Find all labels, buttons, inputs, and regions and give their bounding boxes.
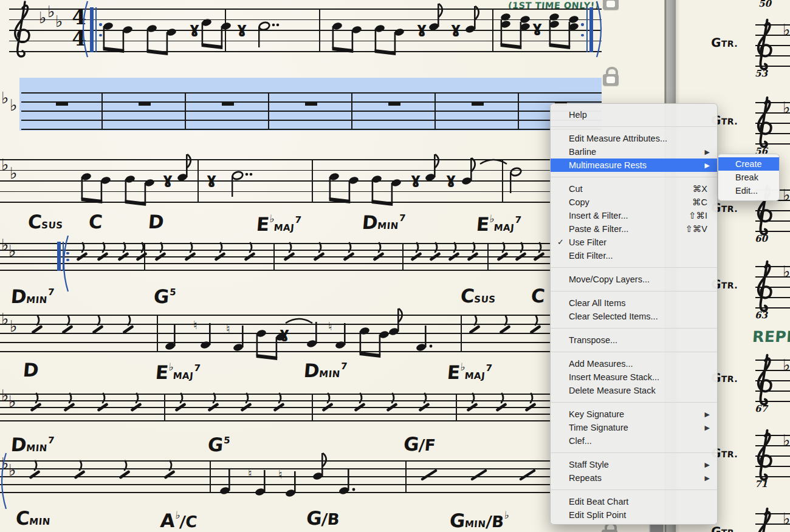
submenu-item-label: Break bbox=[735, 172, 758, 182]
menu-item-edit-measure-attributes[interactable]: Edit Measure Attributes... bbox=[551, 132, 717, 145]
eighth-rest: ɣ bbox=[237, 21, 247, 36]
menu-separator bbox=[551, 452, 717, 453]
rhythm-slash-note bbox=[448, 242, 459, 262]
menu-item-clear-selected-items[interactable]: Clear Selected Items... bbox=[551, 310, 717, 323]
menu-item-paste-filter[interactable]: Paste & Filter...⇧⌘V bbox=[551, 222, 717, 236]
rhythm-slash-note bbox=[419, 392, 430, 412]
chord-symbol[interactable]: D bbox=[148, 213, 165, 231]
menu-item-edit-filter[interactable]: Edit Filter... bbox=[551, 249, 717, 262]
menu-item-multimeasure-rests[interactable]: Multimeasure Rests▶ bbox=[551, 159, 717, 172]
chord-symbol[interactable]: C bbox=[531, 287, 546, 305]
menu-item-label: Paste & Filter... bbox=[569, 224, 628, 234]
menu-item-help[interactable]: Help bbox=[551, 108, 717, 121]
menu-item-clef[interactable]: Clef... bbox=[551, 434, 717, 448]
rhythm-slash-note bbox=[155, 242, 166, 262]
flat-sign: ♭ bbox=[39, 10, 46, 26]
chord-symbol[interactable]: G/B bbox=[306, 509, 341, 528]
chord-symbol[interactable]: Dmin7 bbox=[10, 435, 55, 454]
staff-system-1[interactable]: ♭♭♭44ɣɣɣɣɣ bbox=[0, 0, 664, 69]
rhythm-slash-note bbox=[534, 242, 544, 262]
menu-item-label: Edit Measure Attributes... bbox=[569, 134, 667, 143]
barline bbox=[312, 159, 313, 203]
chord-symbol[interactable]: Dmin7 bbox=[303, 361, 348, 380]
menu-item-label: Insert Measure Stack... bbox=[569, 372, 659, 382]
menu-item-cut[interactable]: Cut⌘X bbox=[551, 182, 717, 196]
menu-item-label: Add Measures... bbox=[569, 359, 633, 369]
eighth-rest: ɣ bbox=[532, 19, 542, 35]
menu-item-barline[interactable]: Barline▶ bbox=[551, 145, 717, 159]
menu-item-edit-beat-chart[interactable]: Edit Beat Chart bbox=[551, 495, 717, 508]
chord-symbol[interactable]: Dmin7 bbox=[362, 213, 407, 232]
note-glyph bbox=[331, 19, 363, 55]
chord-symbol[interactable]: G5 bbox=[207, 435, 231, 454]
staff-line bbox=[0, 263, 552, 264]
rhythm-slash-note bbox=[131, 392, 142, 412]
submenu-item-create[interactable]: Create bbox=[718, 157, 779, 171]
note-glyph bbox=[233, 323, 246, 352]
rhythm-slash-note bbox=[185, 242, 196, 262]
flat-sign: ♭ bbox=[10, 165, 17, 181]
rhythm-slash-note bbox=[62, 315, 73, 335]
rhythm-slash-note bbox=[208, 392, 219, 412]
menu-item-label: Help bbox=[569, 110, 587, 120]
rhythm-slash bbox=[470, 469, 487, 481]
menu-item-time-signature[interactable]: Time Signature▶ bbox=[551, 421, 717, 434]
menu-item-insert-measure-stack[interactable]: Insert Measure Stack... bbox=[551, 370, 717, 384]
rhythm-slash-note bbox=[500, 315, 510, 335]
menu-item-add-measures[interactable]: Add Measures... bbox=[551, 357, 717, 370]
chord-symbol[interactable]: Dmin7 bbox=[10, 287, 55, 306]
chord-symbol[interactable]: Csus bbox=[460, 287, 497, 305]
lock-icon[interactable] bbox=[603, 0, 619, 10]
menu-item-staff-style[interactable]: Staff Style▶ bbox=[551, 458, 717, 471]
flat-sign: ♭ bbox=[783, 432, 790, 448]
chord-symbol[interactable]: Gmin/B♭ bbox=[448, 509, 510, 531]
menu-item-edit-split-point[interactable]: Edit Split Point bbox=[551, 508, 717, 522]
barline bbox=[197, 159, 199, 203]
whole-rest bbox=[305, 101, 317, 106]
barline bbox=[210, 460, 211, 493]
menu-item-transpose[interactable]: Transpose... bbox=[551, 333, 717, 347]
menu-shortcut: ⌘C bbox=[692, 196, 707, 209]
end-repeat-barline bbox=[581, 7, 596, 52]
rhythm-slash-note bbox=[497, 242, 508, 262]
chord-symbol[interactable]: Cmin bbox=[15, 509, 52, 528]
menu-item-key-signature[interactable]: Key Signature▶ bbox=[551, 408, 717, 421]
chord-symbol[interactable]: E♭maj7 bbox=[446, 361, 492, 382]
barline bbox=[456, 394, 457, 421]
chord-symbol[interactable]: G5 bbox=[153, 287, 177, 306]
barline bbox=[402, 243, 404, 271]
rhythm-slash-note bbox=[123, 315, 134, 335]
menu-item-label: Time Signature bbox=[569, 423, 628, 432]
menu-item-use-filter[interactable]: Use Filter✓ bbox=[551, 236, 717, 249]
menu-separator bbox=[551, 291, 717, 292]
measure-number: 50 bbox=[758, 0, 771, 9]
start-repeat-barline bbox=[90, 7, 103, 52]
treble-clef-icon bbox=[754, 429, 775, 483]
rhythm-slash-note bbox=[97, 242, 108, 262]
natural-sign: ♮ bbox=[328, 321, 332, 333]
staff-line bbox=[21, 120, 602, 121]
menu-item-move-copy-layers[interactable]: Move/Copy Layers... bbox=[551, 273, 717, 286]
chord-symbol[interactable]: G/F bbox=[403, 435, 437, 454]
natural-sign: ♮ bbox=[193, 319, 197, 332]
chord-symbol[interactable]: A♭/C bbox=[159, 509, 198, 531]
menu-shortcut: ⇧⌘V bbox=[685, 222, 707, 236]
chord-symbol[interactable]: D bbox=[22, 361, 40, 380]
chord-symbol[interactable]: E♭maj7 bbox=[255, 213, 301, 234]
lock-icon[interactable] bbox=[603, 67, 619, 86]
chord-symbol[interactable]: Csus bbox=[27, 213, 64, 231]
flat-sign: ♭ bbox=[783, 100, 790, 115]
natural-sign: ♮ bbox=[278, 469, 283, 481]
chord-symbol[interactable]: E♭maj7 bbox=[154, 361, 201, 382]
menu-item-repeats[interactable]: Repeats▶ bbox=[551, 471, 717, 485]
menu-item-clear-all-items[interactable]: Clear All Items bbox=[551, 296, 717, 310]
chord-symbol[interactable]: E♭maj7 bbox=[475, 213, 521, 234]
menu-item-copy[interactable]: Copy⌘C bbox=[551, 196, 717, 209]
menu-item-insert-filter[interactable]: Insert & Filter...⇧⌘I bbox=[551, 209, 717, 222]
submenu-item-break[interactable]: Break bbox=[718, 171, 779, 184]
chord-symbol[interactable]: C bbox=[88, 213, 103, 231]
menu-item-delete-measure-stack[interactable]: Delete Measure Stack bbox=[551, 384, 717, 397]
flat-sign: ♭ bbox=[1, 311, 9, 327]
note-glyph bbox=[201, 321, 213, 350]
submenu-item-edit[interactable]: Edit... bbox=[718, 184, 779, 197]
